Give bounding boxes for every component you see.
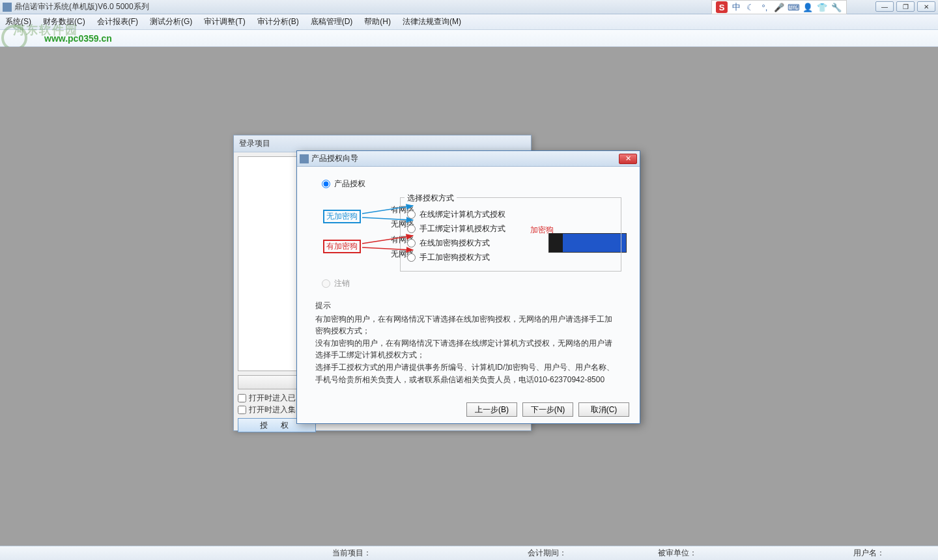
status-project: 当前项目：	[326, 548, 378, 559]
wizard-buttons: 上一步(B) 下一步(N) 取消(C)	[466, 402, 629, 417]
ime-icon-1[interactable]: ☾	[745, 1, 756, 13]
menu-law[interactable]: 法律法规查询(M)	[403, 16, 461, 27]
auth-method-legend: 选择授权方式	[405, 193, 457, 204]
watermark-text: 河东软件园	[13, 22, 78, 38]
tips-body: 有加密狗的用户，在有网络情况下请选择在线加密狗授权，无网络的用户请选择手工加密狗…	[315, 313, 615, 386]
status-user: 用户名：	[847, 548, 891, 559]
menu-adjust[interactable]: 审计调整(T)	[204, 16, 245, 27]
radio-online-bind-label: 在线绑定计算机方式授权	[419, 209, 505, 220]
wizard-titlebar: 产品授权向导 ✕	[297, 151, 640, 167]
ime-icon-3[interactable]: 🎤	[773, 1, 785, 13]
close-button[interactable]: ✕	[917, 1, 935, 12]
auth-wizard-dialog: 产品授权向导 ✕ 产品授权 有网络 无网络 有网络 无网络 无加密狗 有加密狗 …	[296, 150, 640, 424]
checkbox-open-last-label: 打开时进入已	[249, 393, 296, 404]
radio-manual-dongle-label: 手工加密狗授权方式	[419, 252, 490, 263]
checkbox-open-group[interactable]	[238, 406, 246, 414]
workspace: 登录项目 创建项目 打开时进入已 打开时进入集 授 权 产品授权向导 ✕	[0, 47, 938, 546]
checkbox-open-last[interactable]	[238, 394, 246, 402]
radio-online-dongle-label: 在线加密狗授权方式	[419, 238, 490, 249]
ime-icon-5[interactable]: 👤	[802, 1, 814, 13]
radio-product-auth-label: 产品授权	[334, 178, 365, 189]
auth-method-group: 选择授权方式 在线绑定计算机方式授权 手工绑定计算机授权方式 在线加密狗授权方式…	[400, 197, 621, 272]
wizard-next-button[interactable]: 下一步(N)	[522, 402, 573, 417]
ime-toolbar: S 中 ☾ °, 🎤 ⌨ 👤 👕 🔧	[711, 0, 847, 14]
menu-report[interactable]: 会计报表(F)	[97, 16, 138, 27]
radio-unregister-label: 注销	[334, 278, 350, 289]
window-title: 鼎信诺审计系统(单机版)V6.0 5000系列	[14, 1, 149, 12]
menu-test[interactable]: 测试分析(G)	[150, 16, 192, 27]
titlebar: 鼎信诺审计系统(单机版)V6.0 5000系列 S 中 ☾ °, 🎤 ⌨ 👤 👕…	[0, 0, 938, 14]
logobar: 河东软件园 www.pc0359.cn	[0, 30, 938, 47]
radio-manual-bind[interactable]	[407, 225, 416, 233]
wizard-close-button[interactable]: ✕	[619, 154, 637, 164]
ime-icon-2[interactable]: °,	[759, 1, 771, 13]
window-controls: — ❐ ✕	[875, 1, 935, 12]
maximize-button[interactable]: ❐	[896, 1, 915, 12]
radio-unregister	[322, 279, 330, 288]
tips-box: 提示 有加密狗的用户，在有网络情况下请选择在线加密狗授权，无网络的用户请选择手工…	[315, 300, 615, 385]
menu-analysis[interactable]: 审计分析(B)	[257, 16, 299, 27]
annotation-has-dongle: 有加密狗	[323, 240, 361, 253]
ime-icon-6[interactable]: 👕	[816, 1, 828, 13]
statusbar: 当前项目： 会计期间： 被审单位： 用户名：	[0, 546, 938, 560]
tips-title: 提示	[315, 300, 615, 312]
checkbox-open-group-label: 打开时进入集	[249, 404, 296, 415]
ime-icon-0[interactable]: 中	[730, 1, 742, 13]
wizard-icon	[300, 154, 309, 163]
ime-icon-7[interactable]: 🔧	[831, 1, 842, 13]
radio-product-auth[interactable]	[322, 180, 330, 188]
radio-manual-dongle[interactable]	[407, 253, 416, 262]
radio-manual-bind-label: 手工绑定计算机授权方式	[419, 223, 505, 234]
menu-paper[interactable]: 底稿管理(D)	[311, 16, 353, 27]
status-period: 会计期间：	[521, 548, 573, 559]
ime-icon-4[interactable]: ⌨	[788, 1, 799, 13]
menu-help[interactable]: 帮助(H)	[364, 16, 391, 27]
wizard-cancel-button[interactable]: 取消(C)	[578, 402, 629, 417]
menubar: 系统(S) 财务数据(C) 会计报表(F) 测试分析(G) 审计调整(T) 审计…	[0, 14, 938, 30]
radio-online-bind[interactable]	[407, 210, 416, 219]
sogou-icon[interactable]: S	[716, 1, 728, 13]
status-unit: 被审单位：	[651, 548, 704, 559]
wizard-title-text: 产品授权向导	[311, 153, 358, 164]
minimize-button[interactable]: —	[875, 1, 894, 12]
wizard-back-button[interactable]: 上一步(B)	[466, 402, 517, 417]
annotation-no-dongle: 无加密狗	[323, 210, 361, 223]
app-icon	[3, 3, 12, 12]
radio-online-dongle[interactable]	[407, 239, 416, 247]
